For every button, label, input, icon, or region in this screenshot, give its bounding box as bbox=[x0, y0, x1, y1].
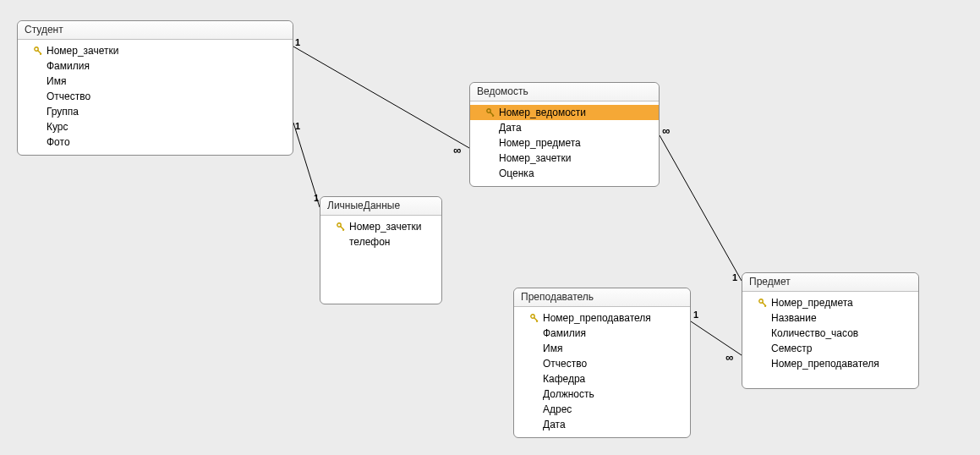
field-name: Название bbox=[771, 311, 817, 325]
field-name: Отчество bbox=[47, 90, 90, 103]
field-name: Номер_преподавателя bbox=[771, 357, 879, 370]
key-icon-empty bbox=[33, 107, 43, 117]
svg-line-2 bbox=[660, 135, 742, 281]
cardinality-many: ∞ bbox=[662, 124, 670, 137]
field-name: Адрес bbox=[543, 403, 572, 416]
key-icon-empty bbox=[485, 153, 495, 163]
key-icon-empty bbox=[529, 419, 539, 430]
field-name: Номер_преподавателя bbox=[543, 311, 651, 325]
svg-line-0 bbox=[293, 47, 469, 148]
field-row[interactable]: Фамилия bbox=[18, 58, 293, 74]
field-row[interactable]: Номер_зачетки bbox=[320, 219, 441, 234]
cardinality-one: 1 bbox=[295, 37, 300, 47]
field-name: Семестр bbox=[771, 342, 812, 355]
field-row[interactable]: Фамилия bbox=[514, 326, 690, 341]
cardinality-many: ∞ bbox=[453, 144, 461, 156]
field-name: телефон bbox=[349, 235, 391, 249]
entity-title: Студент bbox=[18, 21, 293, 40]
field-row[interactable]: Номер_зачетки bbox=[18, 43, 293, 58]
entity-vedomost[interactable]: Ведомость Номер_ведомости Дата Номер_пре… bbox=[469, 82, 660, 187]
svg-line-3 bbox=[691, 321, 742, 355]
key-icon-empty bbox=[485, 168, 495, 178]
key-icon bbox=[33, 46, 43, 56]
field-name: Фото bbox=[47, 135, 70, 149]
field-name: Количество_часов bbox=[771, 326, 858, 340]
key-icon bbox=[758, 298, 768, 308]
field-name: Номер_предмета bbox=[499, 136, 581, 150]
field-row[interactable]: Название bbox=[742, 310, 918, 326]
field-name: Дата bbox=[543, 418, 566, 431]
key-icon-empty bbox=[33, 91, 43, 101]
field-row[interactable]: Номер_преподавателя bbox=[742, 356, 918, 371]
key-icon bbox=[336, 222, 346, 232]
key-icon-empty bbox=[758, 328, 768, 338]
entity-subject[interactable]: Предмет Номер_предмета Название Количест… bbox=[742, 272, 919, 389]
key-icon-empty bbox=[529, 359, 539, 369]
entity-fields: Номер_предмета Название Количество_часов… bbox=[742, 292, 918, 376]
field-name: Номер_зачетки bbox=[349, 220, 422, 233]
field-row[interactable]: Дата bbox=[470, 120, 659, 135]
field-name: Номер_зачетки bbox=[47, 44, 119, 58]
key-icon-empty bbox=[529, 374, 539, 384]
field-name: Номер_зачетки bbox=[499, 151, 572, 165]
field-row[interactable]: телефон bbox=[320, 234, 441, 249]
key-icon-empty bbox=[758, 343, 768, 354]
field-row[interactable]: Группа bbox=[18, 104, 293, 119]
cardinality-one: 1 bbox=[295, 121, 300, 131]
cardinality-one: 1 bbox=[693, 310, 698, 320]
key-icon-empty bbox=[529, 328, 539, 338]
field-row[interactable]: Семестр bbox=[742, 341, 918, 356]
field-name: Фамилия bbox=[47, 59, 90, 73]
key-icon-empty bbox=[485, 138, 495, 148]
field-row[interactable]: Адрес bbox=[514, 402, 690, 417]
field-row[interactable]: Имя bbox=[514, 341, 690, 356]
field-row[interactable]: Номер_предмета bbox=[742, 295, 918, 310]
key-icon-empty bbox=[485, 123, 495, 133]
field-row[interactable]: Номер_ведомости bbox=[470, 105, 659, 120]
field-row[interactable]: Дата bbox=[514, 417, 690, 432]
field-row[interactable]: Фото bbox=[18, 134, 293, 150]
entity-fields: Номер_зачетки телефон bbox=[320, 216, 441, 255]
field-row[interactable]: Отчество bbox=[18, 89, 293, 104]
field-row[interactable]: Количество_часов bbox=[742, 326, 918, 341]
field-name: Группа bbox=[47, 105, 79, 118]
field-row[interactable]: Номер_предмета bbox=[470, 135, 659, 151]
key-icon bbox=[485, 107, 495, 118]
field-row[interactable]: Имя bbox=[18, 74, 293, 89]
field-row[interactable]: Номер_преподавателя bbox=[514, 310, 690, 326]
key-icon-empty bbox=[336, 237, 346, 247]
field-name: Оценка bbox=[499, 167, 534, 180]
entity-fields: Номер_ведомости Дата Номер_предмета Номе… bbox=[470, 101, 659, 186]
field-name: Дата bbox=[499, 121, 522, 134]
field-name: Имя bbox=[543, 342, 562, 355]
key-icon-empty bbox=[33, 137, 43, 147]
entity-title: Преподаватель bbox=[514, 288, 690, 307]
field-row[interactable]: Отчество bbox=[514, 356, 690, 371]
field-row[interactable]: Оценка bbox=[470, 166, 659, 181]
entity-student[interactable]: Студент Номер_зачетки Фамилия Имя Отчест… bbox=[17, 20, 293, 156]
cardinality-one: 1 bbox=[732, 272, 737, 282]
field-row[interactable]: Кафедра bbox=[514, 371, 690, 386]
field-row[interactable]: Курс bbox=[18, 119, 293, 134]
key-icon-empty bbox=[758, 359, 768, 369]
field-row[interactable]: Должность bbox=[514, 386, 690, 402]
key-icon-empty bbox=[33, 76, 43, 86]
entity-fields: Номер_преподавателя Фамилия Имя Отчество… bbox=[514, 307, 690, 437]
field-name: Имя bbox=[47, 74, 66, 88]
key-icon bbox=[529, 313, 539, 323]
diagram-canvas[interactable]: 1 ∞ 1 1 ∞ 1 1 ∞ Студент Номер_зачетки Фа… bbox=[0, 0, 980, 455]
field-name: Фамилия bbox=[543, 326, 586, 340]
key-icon-empty bbox=[529, 389, 539, 399]
key-icon-empty bbox=[758, 313, 768, 323]
cardinality-many: ∞ bbox=[725, 351, 733, 364]
field-name: Номер_ведомости bbox=[499, 106, 586, 119]
entity-teacher[interactable]: Преподаватель Номер_преподавателя Фамили… bbox=[513, 288, 691, 438]
field-row[interactable]: Номер_зачетки bbox=[470, 151, 659, 166]
entity-title: Ведомость bbox=[470, 83, 659, 101]
field-name: Должность bbox=[543, 387, 594, 401]
entity-title: ЛичныеДанные bbox=[320, 197, 441, 216]
field-name: Отчество bbox=[543, 357, 587, 370]
entity-fields: Номер_зачетки Фамилия Имя Отчество Групп… bbox=[18, 40, 293, 155]
field-name: Курс bbox=[47, 120, 68, 134]
entity-personal-data[interactable]: ЛичныеДанные Номер_зачетки телефон bbox=[320, 196, 442, 304]
